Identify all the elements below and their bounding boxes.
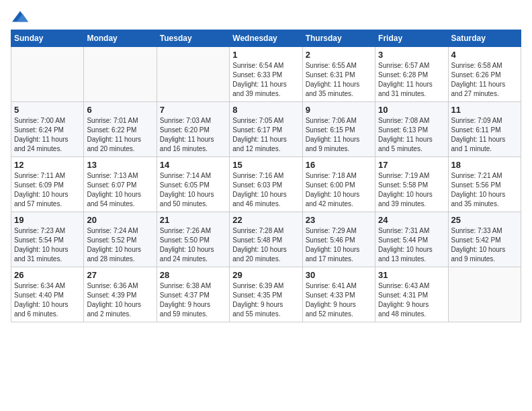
calendar-table: SundayMondayTuesdayWednesdayThursdayFrid… (11, 30, 521, 322)
page-container: SundayMondayTuesdayWednesdayThursdayFrid… (0, 0, 532, 328)
day-number: 6 (87, 105, 153, 115)
calendar-cell: 14Sunrise: 7:14 AM Sunset: 6:05 PM Dayli… (157, 157, 229, 212)
calendar-week-row: 26Sunrise: 6:34 AM Sunset: 4:40 PM Dayli… (11, 267, 521, 322)
weekday-header-wednesday: Wednesday (230, 30, 302, 47)
day-info: Sunrise: 7:00 AM Sunset: 6:24 PM Dayligh… (14, 116, 81, 154)
calendar-cell: 22Sunrise: 7:28 AM Sunset: 5:48 PM Dayli… (230, 212, 302, 267)
weekday-header-tuesday: Tuesday (157, 30, 229, 47)
day-info: Sunrise: 7:18 AM Sunset: 6:00 PM Dayligh… (306, 171, 372, 209)
day-number: 13 (87, 160, 153, 170)
day-number: 18 (451, 160, 518, 170)
weekday-header-sunday: Sunday (11, 30, 84, 47)
day-info: Sunrise: 7:08 AM Sunset: 6:13 PM Dayligh… (378, 116, 445, 154)
day-number: 26 (14, 270, 81, 280)
day-info: Sunrise: 7:13 AM Sunset: 6:07 PM Dayligh… (87, 171, 153, 209)
weekday-header-saturday: Saturday (448, 30, 521, 47)
day-number: 22 (232, 215, 299, 225)
day-number: 25 (451, 215, 518, 225)
day-info: Sunrise: 7:16 AM Sunset: 6:03 PM Dayligh… (232, 171, 299, 209)
day-info: Sunrise: 7:06 AM Sunset: 6:15 PM Dayligh… (306, 116, 372, 154)
day-info: Sunrise: 7:01 AM Sunset: 6:22 PM Dayligh… (87, 116, 153, 154)
calendar-cell: 26Sunrise: 6:34 AM Sunset: 4:40 PM Dayli… (11, 267, 84, 322)
calendar-week-row: 19Sunrise: 7:23 AM Sunset: 5:54 PM Dayli… (11, 212, 521, 267)
calendar-cell: 30Sunrise: 6:41 AM Sunset: 4:33 PM Dayli… (302, 267, 375, 322)
day-info: Sunrise: 6:55 AM Sunset: 6:31 PM Dayligh… (306, 61, 372, 99)
day-number: 27 (87, 270, 153, 280)
calendar-cell: 20Sunrise: 7:24 AM Sunset: 5:52 PM Dayli… (84, 212, 157, 267)
day-number: 21 (160, 215, 226, 225)
weekday-header-row: SundayMondayTuesdayWednesdayThursdayFrid… (11, 30, 521, 47)
day-info: Sunrise: 6:43 AM Sunset: 4:31 PM Dayligh… (378, 281, 445, 319)
day-number: 4 (451, 50, 518, 60)
weekday-header-friday: Friday (375, 30, 448, 47)
day-info: Sunrise: 7:33 AM Sunset: 5:42 PM Dayligh… (451, 226, 518, 264)
day-number: 1 (232, 50, 299, 60)
day-number: 23 (306, 215, 372, 225)
calendar-cell: 1Sunrise: 6:54 AM Sunset: 6:33 PM Daylig… (230, 47, 302, 102)
calendar-cell: 27Sunrise: 6:36 AM Sunset: 4:39 PM Dayli… (84, 267, 157, 322)
calendar-cell: 3Sunrise: 6:57 AM Sunset: 6:28 PM Daylig… (375, 47, 448, 102)
day-info: Sunrise: 6:34 AM Sunset: 4:40 PM Dayligh… (14, 281, 81, 319)
calendar-week-row: 1Sunrise: 6:54 AM Sunset: 6:33 PM Daylig… (11, 47, 521, 102)
day-info: Sunrise: 6:36 AM Sunset: 4:39 PM Dayligh… (87, 281, 153, 319)
day-number: 2 (306, 50, 372, 60)
day-number: 8 (232, 105, 299, 115)
day-info: Sunrise: 6:58 AM Sunset: 6:26 PM Dayligh… (451, 61, 518, 99)
calendar-cell: 25Sunrise: 7:33 AM Sunset: 5:42 PM Dayli… (448, 212, 521, 267)
calendar-cell: 19Sunrise: 7:23 AM Sunset: 5:54 PM Dayli… (11, 212, 84, 267)
calendar-cell: 31Sunrise: 6:43 AM Sunset: 4:31 PM Dayli… (375, 267, 448, 322)
day-info: Sunrise: 6:39 AM Sunset: 4:35 PM Dayligh… (232, 281, 299, 319)
day-number: 7 (160, 105, 226, 115)
calendar-cell: 10Sunrise: 7:08 AM Sunset: 6:13 PM Dayli… (375, 102, 448, 157)
day-info: Sunrise: 7:29 AM Sunset: 5:46 PM Dayligh… (306, 226, 372, 264)
calendar-cell: 6Sunrise: 7:01 AM Sunset: 6:22 PM Daylig… (84, 102, 157, 157)
calendar-cell: 2Sunrise: 6:55 AM Sunset: 6:31 PM Daylig… (302, 47, 375, 102)
calendar-cell: 16Sunrise: 7:18 AM Sunset: 6:00 PM Dayli… (302, 157, 375, 212)
day-number: 10 (378, 105, 445, 115)
calendar-cell: 28Sunrise: 6:38 AM Sunset: 4:37 PM Dayli… (157, 267, 229, 322)
day-info: Sunrise: 7:31 AM Sunset: 5:44 PM Dayligh… (378, 226, 445, 264)
calendar-cell: 5Sunrise: 7:00 AM Sunset: 6:24 PM Daylig… (11, 102, 84, 157)
calendar-week-row: 12Sunrise: 7:11 AM Sunset: 6:09 PM Dayli… (11, 157, 521, 212)
day-number: 9 (306, 105, 372, 115)
calendar-cell: 15Sunrise: 7:16 AM Sunset: 6:03 PM Dayli… (230, 157, 302, 212)
day-info: Sunrise: 7:21 AM Sunset: 5:56 PM Dayligh… (451, 171, 518, 209)
calendar-cell: 12Sunrise: 7:11 AM Sunset: 6:09 PM Dayli… (11, 157, 84, 212)
day-number: 24 (378, 215, 445, 225)
day-number: 29 (232, 270, 299, 280)
day-number: 3 (378, 50, 445, 60)
calendar-cell: 21Sunrise: 7:26 AM Sunset: 5:50 PM Dayli… (157, 212, 229, 267)
day-number: 31 (378, 270, 445, 280)
calendar-week-row: 5Sunrise: 7:00 AM Sunset: 6:24 PM Daylig… (11, 102, 521, 157)
calendar-cell: 7Sunrise: 7:03 AM Sunset: 6:20 PM Daylig… (157, 102, 229, 157)
weekday-header-thursday: Thursday (302, 30, 375, 47)
calendar-cell: 18Sunrise: 7:21 AM Sunset: 5:56 PM Dayli… (448, 157, 521, 212)
calendar-cell (448, 267, 521, 322)
weekday-header-monday: Monday (84, 30, 157, 47)
day-number: 12 (14, 160, 81, 170)
day-info: Sunrise: 7:14 AM Sunset: 6:05 PM Dayligh… (160, 171, 226, 209)
day-number: 28 (160, 270, 226, 280)
logo-icon (12, 11, 28, 24)
day-info: Sunrise: 7:23 AM Sunset: 5:54 PM Dayligh… (14, 226, 81, 264)
calendar-cell (157, 47, 229, 102)
calendar-cell: 29Sunrise: 6:39 AM Sunset: 4:35 PM Dayli… (230, 267, 302, 322)
calendar-cell: 9Sunrise: 7:06 AM Sunset: 6:15 PM Daylig… (302, 102, 375, 157)
day-number: 16 (306, 160, 372, 170)
day-info: Sunrise: 7:28 AM Sunset: 5:48 PM Dayligh… (232, 226, 299, 264)
calendar-cell: 17Sunrise: 7:19 AM Sunset: 5:58 PM Dayli… (375, 157, 448, 212)
calendar-cell: 13Sunrise: 7:13 AM Sunset: 6:07 PM Dayli… (84, 157, 157, 212)
day-info: Sunrise: 6:38 AM Sunset: 4:37 PM Dayligh… (160, 281, 226, 319)
day-number: 11 (451, 105, 518, 115)
day-info: Sunrise: 6:57 AM Sunset: 6:28 PM Dayligh… (378, 61, 445, 99)
day-number: 20 (87, 215, 153, 225)
day-info: Sunrise: 6:54 AM Sunset: 6:33 PM Dayligh… (232, 61, 299, 99)
day-number: 15 (232, 160, 299, 170)
day-info: Sunrise: 7:03 AM Sunset: 6:20 PM Dayligh… (160, 116, 226, 154)
logo (11, 11, 28, 21)
day-number: 30 (306, 270, 372, 280)
calendar-cell: 11Sunrise: 7:09 AM Sunset: 6:11 PM Dayli… (448, 102, 521, 157)
day-info: Sunrise: 7:09 AM Sunset: 6:11 PM Dayligh… (451, 116, 518, 154)
calendar-cell (11, 47, 84, 102)
page-header (11, 11, 521, 21)
